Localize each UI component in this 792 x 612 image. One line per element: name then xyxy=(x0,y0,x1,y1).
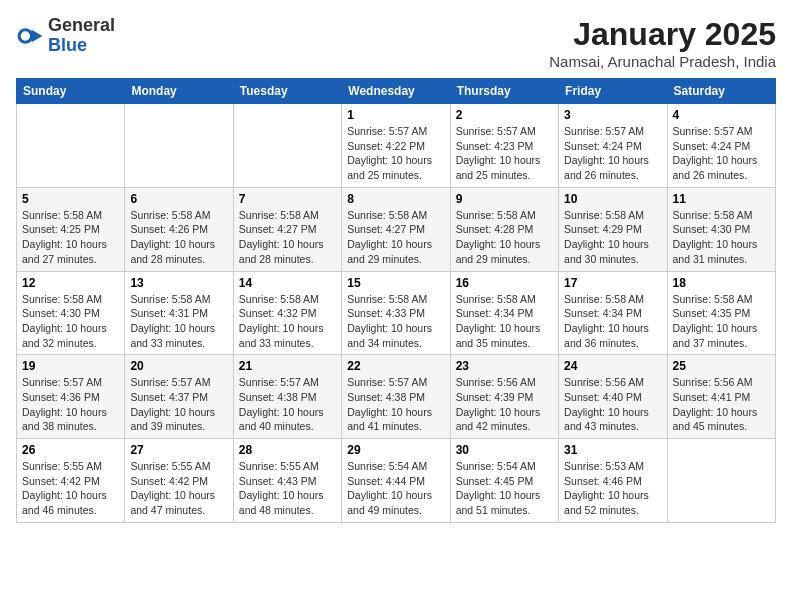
calendar-cell: 22 Sunrise: 5:57 AM Sunset: 4:38 PM Dayl… xyxy=(342,355,450,439)
sunset-label: Sunset: 4:30 PM xyxy=(22,307,100,319)
calendar-cell: 1 Sunrise: 5:57 AM Sunset: 4:22 PM Dayli… xyxy=(342,104,450,188)
daylight-label: Daylight: 10 hours and 40 minutes. xyxy=(239,406,324,433)
sunset-label: Sunset: 4:34 PM xyxy=(456,307,534,319)
daylight-label: Daylight: 10 hours and 51 minutes. xyxy=(456,489,541,516)
day-of-week-header: Monday xyxy=(125,79,233,104)
calendar-cell: 23 Sunrise: 5:56 AM Sunset: 4:39 PM Dayl… xyxy=(450,355,558,439)
sunrise-label: Sunrise: 5:58 AM xyxy=(22,209,102,221)
sunrise-label: Sunrise: 5:58 AM xyxy=(673,209,753,221)
title-block: January 2025 Namsai, Arunachal Pradesh, … xyxy=(549,16,776,70)
svg-point-1 xyxy=(21,31,30,40)
calendar-cell: 9 Sunrise: 5:58 AM Sunset: 4:28 PM Dayli… xyxy=(450,187,558,271)
calendar-cell: 26 Sunrise: 5:55 AM Sunset: 4:42 PM Dayl… xyxy=(17,439,125,523)
calendar-cell: 10 Sunrise: 5:58 AM Sunset: 4:29 PM Dayl… xyxy=(559,187,667,271)
calendar-cell: 28 Sunrise: 5:55 AM Sunset: 4:43 PM Dayl… xyxy=(233,439,341,523)
sunrise-label: Sunrise: 5:55 AM xyxy=(22,460,102,472)
sunrise-label: Sunrise: 5:57 AM xyxy=(239,376,319,388)
sunrise-label: Sunrise: 5:58 AM xyxy=(564,209,644,221)
day-number: 24 xyxy=(564,359,661,373)
day-of-week-header: Wednesday xyxy=(342,79,450,104)
calendar-cell: 29 Sunrise: 5:54 AM Sunset: 4:44 PM Dayl… xyxy=(342,439,450,523)
daylight-label: Daylight: 10 hours and 28 minutes. xyxy=(239,238,324,265)
calendar-cell: 19 Sunrise: 5:57 AM Sunset: 4:36 PM Dayl… xyxy=(17,355,125,439)
sunset-label: Sunset: 4:35 PM xyxy=(673,307,751,319)
calendar-cell: 25 Sunrise: 5:56 AM Sunset: 4:41 PM Dayl… xyxy=(667,355,775,439)
daylight-label: Daylight: 10 hours and 25 minutes. xyxy=(456,154,541,181)
calendar-week-row: 19 Sunrise: 5:57 AM Sunset: 4:36 PM Dayl… xyxy=(17,355,776,439)
day-number: 31 xyxy=(564,443,661,457)
daylight-label: Daylight: 10 hours and 31 minutes. xyxy=(673,238,758,265)
calendar-cell: 27 Sunrise: 5:55 AM Sunset: 4:42 PM Dayl… xyxy=(125,439,233,523)
day-info: Sunrise: 5:57 AM Sunset: 4:24 PM Dayligh… xyxy=(673,124,770,183)
calendar-subtitle: Namsai, Arunachal Pradesh, India xyxy=(549,53,776,70)
calendar-cell xyxy=(233,104,341,188)
daylight-label: Daylight: 10 hours and 36 minutes. xyxy=(564,322,649,349)
logo-general-text: General xyxy=(48,16,115,36)
day-info: Sunrise: 5:57 AM Sunset: 4:36 PM Dayligh… xyxy=(22,375,119,434)
day-number: 5 xyxy=(22,192,119,206)
daylight-label: Daylight: 10 hours and 32 minutes. xyxy=(22,322,107,349)
sunrise-label: Sunrise: 5:58 AM xyxy=(564,293,644,305)
day-number: 17 xyxy=(564,276,661,290)
day-of-week-header: Sunday xyxy=(17,79,125,104)
days-of-week-row: SundayMondayTuesdayWednesdayThursdayFrid… xyxy=(17,79,776,104)
sunrise-label: Sunrise: 5:57 AM xyxy=(130,376,210,388)
sunset-label: Sunset: 4:38 PM xyxy=(347,391,425,403)
sunrise-label: Sunrise: 5:56 AM xyxy=(673,376,753,388)
day-info: Sunrise: 5:58 AM Sunset: 4:32 PM Dayligh… xyxy=(239,292,336,351)
sunrise-label: Sunrise: 5:57 AM xyxy=(564,125,644,137)
day-info: Sunrise: 5:58 AM Sunset: 4:31 PM Dayligh… xyxy=(130,292,227,351)
calendar-cell xyxy=(125,104,233,188)
day-info: Sunrise: 5:58 AM Sunset: 4:25 PM Dayligh… xyxy=(22,208,119,267)
day-info: Sunrise: 5:58 AM Sunset: 4:30 PM Dayligh… xyxy=(673,208,770,267)
calendar-cell: 8 Sunrise: 5:58 AM Sunset: 4:27 PM Dayli… xyxy=(342,187,450,271)
sunset-label: Sunset: 4:33 PM xyxy=(347,307,425,319)
calendar-cell: 4 Sunrise: 5:57 AM Sunset: 4:24 PM Dayli… xyxy=(667,104,775,188)
day-number: 29 xyxy=(347,443,444,457)
calendar-cell xyxy=(17,104,125,188)
daylight-label: Daylight: 10 hours and 39 minutes. xyxy=(130,406,215,433)
sunset-label: Sunset: 4:45 PM xyxy=(456,475,534,487)
day-number: 10 xyxy=(564,192,661,206)
sunrise-label: Sunrise: 5:58 AM xyxy=(239,209,319,221)
calendar-cell xyxy=(667,439,775,523)
day-info: Sunrise: 5:54 AM Sunset: 4:44 PM Dayligh… xyxy=(347,459,444,518)
day-info: Sunrise: 5:58 AM Sunset: 4:27 PM Dayligh… xyxy=(239,208,336,267)
day-info: Sunrise: 5:54 AM Sunset: 4:45 PM Dayligh… xyxy=(456,459,553,518)
calendar-title: January 2025 xyxy=(549,16,776,53)
day-info: Sunrise: 5:57 AM Sunset: 4:37 PM Dayligh… xyxy=(130,375,227,434)
day-info: Sunrise: 5:55 AM Sunset: 4:43 PM Dayligh… xyxy=(239,459,336,518)
svg-marker-2 xyxy=(32,30,43,42)
day-info: Sunrise: 5:58 AM Sunset: 4:35 PM Dayligh… xyxy=(673,292,770,351)
daylight-label: Daylight: 10 hours and 47 minutes. xyxy=(130,489,215,516)
day-info: Sunrise: 5:57 AM Sunset: 4:38 PM Dayligh… xyxy=(239,375,336,434)
calendar-week-row: 12 Sunrise: 5:58 AM Sunset: 4:30 PM Dayl… xyxy=(17,271,776,355)
calendar-cell: 30 Sunrise: 5:54 AM Sunset: 4:45 PM Dayl… xyxy=(450,439,558,523)
daylight-label: Daylight: 10 hours and 29 minutes. xyxy=(456,238,541,265)
sunset-label: Sunset: 4:27 PM xyxy=(347,223,425,235)
logo: General Blue xyxy=(16,16,115,56)
day-of-week-header: Friday xyxy=(559,79,667,104)
day-number: 11 xyxy=(673,192,770,206)
calendar-week-row: 1 Sunrise: 5:57 AM Sunset: 4:22 PM Dayli… xyxy=(17,104,776,188)
sunset-label: Sunset: 4:43 PM xyxy=(239,475,317,487)
daylight-label: Daylight: 10 hours and 52 minutes. xyxy=(564,489,649,516)
day-info: Sunrise: 5:57 AM Sunset: 4:22 PM Dayligh… xyxy=(347,124,444,183)
day-info: Sunrise: 5:55 AM Sunset: 4:42 PM Dayligh… xyxy=(130,459,227,518)
day-info: Sunrise: 5:58 AM Sunset: 4:33 PM Dayligh… xyxy=(347,292,444,351)
sunset-label: Sunset: 4:24 PM xyxy=(673,140,751,152)
page-header: General Blue January 2025 Namsai, Arunac… xyxy=(16,16,776,70)
sunset-label: Sunset: 4:27 PM xyxy=(239,223,317,235)
calendar-cell: 12 Sunrise: 5:58 AM Sunset: 4:30 PM Dayl… xyxy=(17,271,125,355)
day-number: 4 xyxy=(673,108,770,122)
calendar-cell: 15 Sunrise: 5:58 AM Sunset: 4:33 PM Dayl… xyxy=(342,271,450,355)
sunrise-label: Sunrise: 5:56 AM xyxy=(456,376,536,388)
day-number: 21 xyxy=(239,359,336,373)
calendar-cell: 11 Sunrise: 5:58 AM Sunset: 4:30 PM Dayl… xyxy=(667,187,775,271)
sunset-label: Sunset: 4:23 PM xyxy=(456,140,534,152)
sunset-label: Sunset: 4:46 PM xyxy=(564,475,642,487)
sunrise-label: Sunrise: 5:57 AM xyxy=(673,125,753,137)
daylight-label: Daylight: 10 hours and 28 minutes. xyxy=(130,238,215,265)
day-number: 30 xyxy=(456,443,553,457)
sunrise-label: Sunrise: 5:58 AM xyxy=(347,293,427,305)
